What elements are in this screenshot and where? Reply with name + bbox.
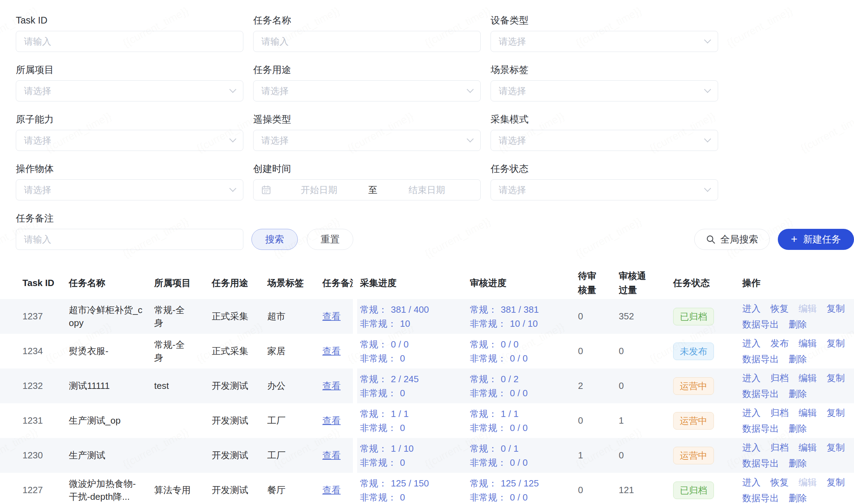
action-delete[interactable]: 删除: [789, 457, 807, 470]
action-delete[interactable]: 删除: [789, 353, 807, 366]
search-button[interactable]: 搜索: [251, 229, 298, 250]
task-id-cell: 1227: [22, 485, 43, 496]
action-export[interactable]: 数据导出: [742, 353, 779, 366]
table-row: 1237 超市冷鲜柜补货_copy 常规-全身 正式采集 超市 查看 常规：38…: [0, 299, 854, 334]
purpose-cell: 开发测试: [212, 380, 248, 392]
chevron-down-icon: [229, 86, 236, 93]
select-placeholder: 请选择: [499, 85, 705, 97]
filter-label: 设备类型: [491, 15, 718, 26]
start-date-placeholder[interactable]: 开始日期: [273, 184, 365, 196]
global-search-button[interactable]: 全局搜索: [694, 229, 770, 250]
select-placeholder: 请选择: [499, 35, 705, 48]
action-copy[interactable]: 复制: [827, 406, 845, 419]
approved-count-cell: 0: [619, 346, 624, 357]
fixed-column-gap: [353, 267, 357, 299]
table-row: 1232 测试11111 test 开发测试 办公 查看 常规：2 / 245 …: [0, 369, 854, 403]
view-note-link[interactable]: 查看: [322, 484, 341, 496]
end-date-placeholder[interactable]: 结束日期: [381, 184, 473, 196]
action-copy[interactable]: 复制: [827, 476, 845, 489]
scene-cell: 办公: [267, 380, 285, 392]
filter-text-input[interactable]: [261, 36, 473, 47]
action-edit[interactable]: 编辑: [799, 337, 817, 350]
date-range-picker[interactable]: 开始日期 至 结束日期: [253, 179, 481, 200]
view-note-link[interactable]: 查看: [322, 415, 341, 427]
action-delete[interactable]: 删除: [789, 318, 807, 331]
action-export[interactable]: 数据导出: [742, 387, 779, 400]
filter-select[interactable]: 请选择: [16, 179, 243, 200]
select-placeholder: 请选择: [261, 85, 468, 97]
filter-label: 任务状态: [491, 163, 718, 174]
action-archive[interactable]: 归档: [770, 441, 789, 454]
action-edit[interactable]: 编辑: [799, 372, 817, 385]
task-name-cell: 生产测试: [69, 449, 105, 462]
view-note-link[interactable]: 查看: [322, 345, 341, 357]
action-archive[interactable]: 归档: [770, 406, 789, 419]
action-copy[interactable]: 复制: [827, 372, 845, 385]
chevron-down-icon: [704, 86, 711, 93]
review-progress-cell: 常规：0 / 2 非常规：0 / 0: [470, 372, 528, 400]
action-copy[interactable]: 复制: [827, 302, 845, 315]
filter-select[interactable]: 请选择: [491, 130, 718, 151]
scene-cell: 餐厅: [267, 484, 285, 496]
action-enter[interactable]: 进入: [742, 406, 761, 419]
view-note-link[interactable]: 查看: [322, 310, 341, 323]
row-actions: 进入恢复编辑复制数据导出删除: [742, 302, 854, 331]
filter-select[interactable]: 请选择: [253, 80, 481, 101]
purpose-cell: 开发测试: [212, 449, 248, 462]
fixed-column-gap: [353, 334, 357, 369]
filter-text-input[interactable]: [24, 234, 235, 245]
review-progress-cell: 常规：0 / 1 非常规：0 / 0: [470, 442, 528, 470]
action-export[interactable]: 数据导出: [742, 457, 779, 470]
filter-select[interactable]: 请选择: [16, 80, 243, 101]
fixed-column-gap: [353, 438, 357, 473]
scene-cell: 家居: [267, 345, 285, 357]
action-restore[interactable]: 恢复: [770, 302, 789, 315]
fixed-column-gap: [353, 299, 357, 334]
col-status: 任务状态: [673, 277, 742, 289]
action-export[interactable]: 数据导出: [742, 318, 779, 331]
action-edit[interactable]: 编辑: [799, 441, 817, 454]
plus-icon: +: [791, 233, 797, 245]
action-delete[interactable]: 删除: [789, 387, 807, 400]
task-id-cell: 1234: [22, 346, 43, 357]
action-archive[interactable]: 归档: [770, 372, 789, 385]
chevron-down-icon: [467, 86, 474, 93]
filter-operate-object: 操作物体 请选择: [16, 163, 243, 200]
action-export[interactable]: 数据导出: [742, 422, 779, 435]
scene-cell: 工厂: [267, 415, 285, 427]
action-restore[interactable]: 恢复: [770, 476, 789, 489]
status-badge: 运营中: [673, 447, 714, 464]
filter-select[interactable]: 请选择: [491, 80, 718, 101]
col-review-progress: 审核进度: [470, 277, 578, 289]
filter-select[interactable]: 请选择: [491, 31, 718, 52]
action-edit[interactable]: 编辑: [799, 406, 817, 419]
select-placeholder: 请选择: [499, 134, 705, 147]
reset-button[interactable]: 重置: [307, 229, 353, 250]
pending-count-cell: 0: [578, 311, 583, 322]
global-search-label: 全局搜索: [720, 233, 758, 246]
action-delete[interactable]: 删除: [789, 492, 807, 504]
approved-count-cell: 0: [619, 380, 624, 391]
status-badge: 未发布: [673, 343, 714, 360]
action-enter[interactable]: 进入: [742, 302, 761, 315]
filter-select[interactable]: 请选择: [253, 130, 481, 151]
filter-text-input[interactable]: [24, 36, 235, 47]
action-delete[interactable]: 删除: [789, 422, 807, 435]
action-enter[interactable]: 进入: [742, 476, 761, 489]
action-copy[interactable]: 复制: [827, 337, 845, 350]
view-note-link[interactable]: 查看: [322, 449, 341, 462]
filter-select[interactable]: 请选择: [16, 130, 243, 151]
filter-select[interactable]: 请选择: [491, 179, 718, 200]
action-enter[interactable]: 进入: [742, 337, 761, 350]
action-export[interactable]: 数据导出: [742, 492, 779, 504]
action-enter[interactable]: 进入: [742, 372, 761, 385]
view-note-link[interactable]: 查看: [322, 380, 341, 392]
action-enter[interactable]: 进入: [742, 441, 761, 454]
row-actions: 进入恢复编辑复制数据导出删除: [742, 476, 854, 504]
action-publish[interactable]: 发布: [770, 337, 789, 350]
action-copy[interactable]: 复制: [827, 441, 845, 454]
new-task-button[interactable]: + 新建任务: [778, 229, 854, 250]
task-id-cell: 1237: [22, 311, 43, 322]
pending-count-cell: 2: [578, 380, 583, 391]
col-approved: 审核通过量: [619, 269, 673, 297]
